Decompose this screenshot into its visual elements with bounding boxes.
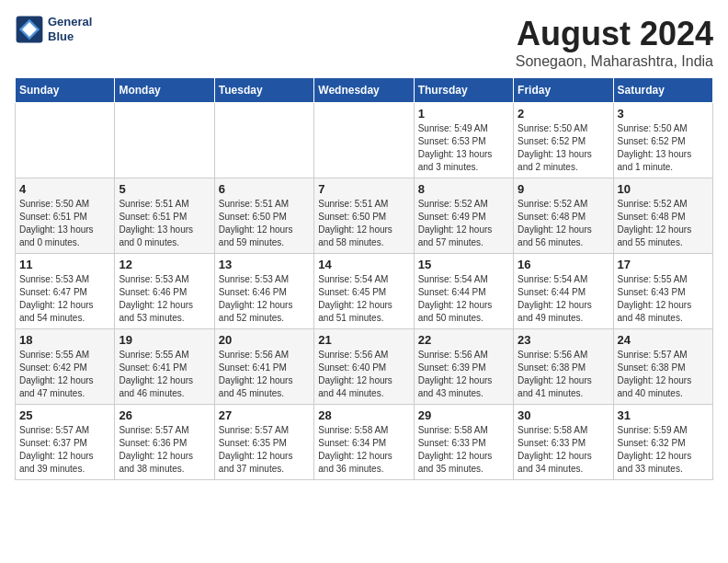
day-detail: Sunrise: 5:58 AM Sunset: 6:34 PM Dayligh…	[318, 424, 409, 476]
day-number: 31	[618, 408, 709, 422]
day-detail: Sunrise: 5:55 AM Sunset: 6:41 PM Dayligh…	[119, 349, 210, 400]
calendar-cell: 16Sunrise: 5:54 AM Sunset: 6:44 PM Dayli…	[514, 254, 613, 329]
calendar-cell: 18Sunrise: 5:55 AM Sunset: 6:42 PM Dayli…	[16, 329, 115, 405]
day-detail: Sunrise: 5:54 AM Sunset: 6:45 PM Dayligh…	[318, 273, 409, 325]
day-number: 22	[418, 333, 509, 347]
day-number: 1	[418, 107, 509, 121]
day-detail: Sunrise: 5:52 AM Sunset: 6:48 PM Dayligh…	[618, 198, 709, 249]
weekday-header-monday: Monday	[115, 78, 214, 103]
day-detail: Sunrise: 5:57 AM Sunset: 6:37 PM Dayligh…	[19, 424, 110, 476]
day-number: 14	[318, 258, 409, 271]
day-detail: Sunrise: 5:51 AM Sunset: 6:50 PM Dayligh…	[219, 198, 310, 249]
logo-line2: Blue	[48, 29, 92, 44]
logo-icon	[15, 15, 44, 44]
day-detail: Sunrise: 5:56 AM Sunset: 6:39 PM Dayligh…	[418, 349, 509, 400]
page-header: General Blue August 2024 Sonegaon, Mahar…	[15, 15, 713, 70]
calendar-cell: 26Sunrise: 5:57 AM Sunset: 6:36 PM Dayli…	[115, 405, 214, 480]
day-number: 7	[318, 182, 409, 196]
calendar-cell: 12Sunrise: 5:53 AM Sunset: 6:46 PM Dayli…	[115, 254, 214, 329]
day-detail: Sunrise: 5:52 AM Sunset: 6:49 PM Dayligh…	[418, 198, 509, 249]
day-detail: Sunrise: 5:49 AM Sunset: 6:53 PM Dayligh…	[418, 122, 509, 174]
calendar-cell: 22Sunrise: 5:56 AM Sunset: 6:39 PM Dayli…	[414, 329, 513, 405]
calendar-cell: 9Sunrise: 5:52 AM Sunset: 6:48 PM Daylig…	[514, 178, 613, 254]
day-detail: Sunrise: 5:51 AM Sunset: 6:50 PM Dayligh…	[318, 198, 409, 249]
calendar-table: SundayMondayTuesdayWednesdayThursdayFrid…	[15, 77, 713, 480]
logo-line1: General	[48, 15, 92, 29]
day-number: 23	[518, 333, 609, 347]
day-number: 3	[618, 107, 709, 121]
day-number: 2	[518, 107, 609, 121]
day-number: 12	[119, 258, 210, 271]
day-detail: Sunrise: 5:56 AM Sunset: 6:41 PM Dayligh…	[219, 349, 310, 400]
day-detail: Sunrise: 5:50 AM Sunset: 6:51 PM Dayligh…	[19, 198, 110, 249]
calendar-cell: 29Sunrise: 5:58 AM Sunset: 6:33 PM Dayli…	[414, 405, 513, 480]
calendar-week-2: 4Sunrise: 5:50 AM Sunset: 6:51 PM Daylig…	[16, 178, 713, 254]
day-number: 17	[618, 258, 709, 271]
calendar-week-5: 25Sunrise: 5:57 AM Sunset: 6:37 PM Dayli…	[16, 405, 713, 480]
day-number: 8	[418, 182, 509, 196]
weekday-header-row: SundayMondayTuesdayWednesdayThursdayFrid…	[16, 78, 713, 103]
calendar-cell: 27Sunrise: 5:57 AM Sunset: 6:35 PM Dayli…	[214, 405, 313, 480]
day-detail: Sunrise: 5:52 AM Sunset: 6:48 PM Dayligh…	[518, 198, 609, 249]
calendar-cell: 3Sunrise: 5:50 AM Sunset: 6:52 PM Daylig…	[613, 103, 712, 178]
day-detail: Sunrise: 5:56 AM Sunset: 6:38 PM Dayligh…	[518, 349, 609, 400]
day-detail: Sunrise: 5:59 AM Sunset: 6:32 PM Dayligh…	[618, 424, 709, 476]
day-number: 9	[518, 182, 609, 196]
day-number: 6	[219, 182, 310, 196]
calendar-cell: 23Sunrise: 5:56 AM Sunset: 6:38 PM Dayli…	[514, 329, 613, 405]
day-number: 15	[418, 258, 509, 271]
day-number: 29	[418, 408, 509, 422]
main-title: August 2024	[516, 15, 713, 53]
day-number: 28	[318, 408, 409, 422]
day-detail: Sunrise: 5:50 AM Sunset: 6:52 PM Dayligh…	[518, 122, 609, 174]
calendar-cell	[16, 103, 115, 178]
day-number: 30	[518, 408, 609, 422]
calendar-body: 1Sunrise: 5:49 AM Sunset: 6:53 PM Daylig…	[16, 103, 713, 480]
title-area: August 2024 Sonegaon, Maharashtra, India	[516, 15, 713, 70]
weekday-header-tuesday: Tuesday	[214, 78, 313, 103]
calendar-cell: 24Sunrise: 5:57 AM Sunset: 6:38 PM Dayli…	[613, 329, 712, 405]
day-number: 10	[618, 182, 709, 196]
day-number: 4	[19, 182, 110, 196]
day-number: 20	[219, 333, 310, 347]
day-detail: Sunrise: 5:50 AM Sunset: 6:52 PM Dayligh…	[618, 122, 709, 174]
calendar-cell	[115, 103, 214, 178]
logo-text: General Blue	[48, 15, 92, 43]
calendar-cell: 21Sunrise: 5:56 AM Sunset: 6:40 PM Dayli…	[314, 329, 414, 405]
calendar-cell: 19Sunrise: 5:55 AM Sunset: 6:41 PM Dayli…	[115, 329, 214, 405]
day-number: 24	[618, 333, 709, 347]
day-number: 18	[19, 333, 110, 347]
calendar-cell: 30Sunrise: 5:58 AM Sunset: 6:33 PM Dayli…	[514, 405, 613, 480]
calendar-cell: 7Sunrise: 5:51 AM Sunset: 6:50 PM Daylig…	[314, 178, 414, 254]
calendar-cell: 4Sunrise: 5:50 AM Sunset: 6:51 PM Daylig…	[16, 178, 115, 254]
day-detail: Sunrise: 5:58 AM Sunset: 6:33 PM Dayligh…	[418, 424, 509, 476]
calendar-cell: 11Sunrise: 5:53 AM Sunset: 6:47 PM Dayli…	[16, 254, 115, 329]
day-number: 11	[19, 258, 110, 271]
calendar-cell: 2Sunrise: 5:50 AM Sunset: 6:52 PM Daylig…	[514, 103, 613, 178]
day-detail: Sunrise: 5:57 AM Sunset: 6:35 PM Dayligh…	[219, 424, 310, 476]
calendar-cell: 5Sunrise: 5:51 AM Sunset: 6:51 PM Daylig…	[115, 178, 214, 254]
day-number: 19	[119, 333, 210, 347]
weekday-header-saturday: Saturday	[613, 78, 712, 103]
logo: General Blue	[15, 15, 92, 44]
day-detail: Sunrise: 5:54 AM Sunset: 6:44 PM Dayligh…	[518, 273, 609, 325]
day-detail: Sunrise: 5:55 AM Sunset: 6:43 PM Dayligh…	[618, 273, 709, 325]
calendar-cell: 25Sunrise: 5:57 AM Sunset: 6:37 PM Dayli…	[16, 405, 115, 480]
day-number: 25	[19, 408, 110, 422]
calendar-cell	[314, 103, 414, 178]
calendar-cell: 20Sunrise: 5:56 AM Sunset: 6:41 PM Dayli…	[214, 329, 313, 405]
day-number: 13	[219, 258, 310, 271]
day-detail: Sunrise: 5:55 AM Sunset: 6:42 PM Dayligh…	[19, 349, 110, 400]
calendar-cell: 1Sunrise: 5:49 AM Sunset: 6:53 PM Daylig…	[414, 103, 513, 178]
calendar-week-3: 11Sunrise: 5:53 AM Sunset: 6:47 PM Dayli…	[16, 254, 713, 329]
day-detail: Sunrise: 5:53 AM Sunset: 6:46 PM Dayligh…	[219, 273, 310, 325]
weekday-header-friday: Friday	[514, 78, 613, 103]
calendar-cell: 14Sunrise: 5:54 AM Sunset: 6:45 PM Dayli…	[314, 254, 414, 329]
calendar-week-4: 18Sunrise: 5:55 AM Sunset: 6:42 PM Dayli…	[16, 329, 713, 405]
day-detail: Sunrise: 5:58 AM Sunset: 6:33 PM Dayligh…	[518, 424, 609, 476]
day-detail: Sunrise: 5:53 AM Sunset: 6:47 PM Dayligh…	[19, 273, 110, 325]
day-detail: Sunrise: 5:53 AM Sunset: 6:46 PM Dayligh…	[119, 273, 210, 325]
subtitle: Sonegaon, Maharashtra, India	[516, 53, 713, 70]
calendar-cell: 17Sunrise: 5:55 AM Sunset: 6:43 PM Dayli…	[613, 254, 712, 329]
calendar-week-1: 1Sunrise: 5:49 AM Sunset: 6:53 PM Daylig…	[16, 103, 713, 178]
